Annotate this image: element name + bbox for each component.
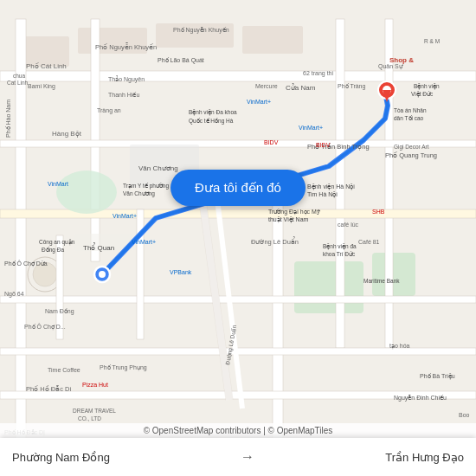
svg-text:thuật Việt Nam: thuật Việt Nam bbox=[268, 216, 309, 223]
svg-text:Phố Bà Triệu: Phố Bà Triệu bbox=[420, 373, 455, 380]
svg-text:Công an quận: Công an quận bbox=[39, 239, 75, 246]
navigate-button[interactable]: Đưa tôi đến đó bbox=[170, 170, 306, 206]
svg-text:Bệnh viện đa: Bệnh viện đa bbox=[323, 243, 357, 250]
svg-text:Bệnh viện Hà Nội: Bệnh viện Hà Nội bbox=[307, 183, 355, 190]
svg-text:BIDV: BIDV bbox=[316, 142, 331, 148]
svg-text:BIDV: BIDV bbox=[264, 139, 279, 145]
svg-text:tạo hóa: tạo hóa bbox=[389, 343, 410, 350]
svg-text:café lúc: café lúc bbox=[338, 222, 359, 228]
svg-text:VinMart: VinMart bbox=[48, 181, 68, 187]
svg-text:Tràng an: Tràng an bbox=[97, 107, 121, 114]
svg-text:Thảo Nguyên: Thảo Nguyên bbox=[108, 75, 145, 83]
svg-text:SHB: SHB bbox=[372, 209, 385, 215]
svg-text:Boo: Boo bbox=[459, 412, 470, 418]
svg-text:VinMart+: VinMart+ bbox=[132, 239, 156, 245]
svg-text:Trường Đại học Mỹ: Trường Đại học Mỹ bbox=[268, 209, 320, 215]
svg-text:Đường Lê Duẩn: Đường Lê Duẩn bbox=[251, 236, 299, 246]
svg-text:Cửa Nam: Cửa Nam bbox=[286, 83, 316, 92]
svg-text:Cat Linh: Cat Linh bbox=[7, 80, 29, 86]
svg-text:Văn Chương: Văn Chương bbox=[138, 164, 178, 172]
svg-text:Phố Hào Nam: Phố Hào Nam bbox=[5, 100, 11, 138]
copyright-bar: © OpenStreetMap contributors | © OpenMap… bbox=[0, 423, 476, 438]
svg-text:Maritime Bank: Maritime Bank bbox=[363, 278, 400, 284]
svg-text:Phố Tràng: Phố Tràng bbox=[338, 83, 366, 90]
svg-text:Hàng Bột: Hàng Bột bbox=[52, 130, 82, 138]
svg-text:Trạm Y tế phường: Trạm Y tế phường bbox=[123, 183, 169, 190]
svg-text:Tòa án Nhân: Tòa án Nhân bbox=[394, 107, 427, 113]
svg-text:Phố Cát Linh: Phố Cát Linh bbox=[26, 62, 67, 70]
svg-text:R & M: R & M bbox=[424, 38, 440, 44]
svg-rect-2 bbox=[372, 253, 415, 296]
svg-point-25 bbox=[56, 170, 117, 214]
svg-text:Bệnh viện Đa khoa: Bệnh viện Đa khoa bbox=[189, 109, 237, 116]
svg-text:chua: chua bbox=[13, 73, 25, 79]
svg-text:Quân Sự: Quân Sự bbox=[378, 63, 403, 70]
svg-text:VPBank: VPBank bbox=[170, 269, 192, 275]
svg-text:Phố Ô Chợ Dừa: Phố Ô Chợ Dừa bbox=[4, 260, 48, 267]
svg-text:Nam Đồng: Nam Đồng bbox=[45, 308, 74, 315]
map-background: Phố Cát Linh Phố Nguyễn Khuyến Phố Nguyễ… bbox=[0, 0, 476, 476]
from-location: Phường Nam Đồng bbox=[12, 451, 110, 464]
svg-text:Time Coffee: Time Coffee bbox=[48, 367, 80, 373]
svg-text:Phố Trung Phụng: Phố Trung Phụng bbox=[100, 364, 147, 371]
svg-rect-6 bbox=[242, 26, 303, 54]
svg-text:Phố Hồ Đắc Di: Phố Hồ Đắc Di bbox=[26, 385, 71, 393]
svg-text:Phố Quang Trung: Phố Quang Trung bbox=[385, 151, 437, 159]
map-svg: Phố Cát Linh Phố Nguyễn Khuyến Phố Nguyễ… bbox=[0, 0, 476, 476]
copyright-text: © OpenStreetMap contributors | © OpenMap… bbox=[144, 426, 333, 435]
svg-text:Đống Đa: Đống Đa bbox=[42, 247, 64, 254]
svg-rect-10 bbox=[273, 192, 283, 457]
arrow-right-icon: → bbox=[241, 449, 254, 465]
svg-text:62 trang thi: 62 trang thi bbox=[303, 70, 333, 77]
svg-text:VinMart+: VinMart+ bbox=[247, 99, 271, 105]
svg-text:Tim Hà Nội: Tim Hà Nội bbox=[307, 191, 338, 198]
svg-text:Việt Đức: Việt Đức bbox=[411, 91, 434, 98]
svg-point-101 bbox=[99, 271, 106, 278]
to-location: Trần Hưng Đạo bbox=[385, 451, 464, 464]
svg-text:Phố Nguyễn Khuyến: Phố Nguyễn Khuyến bbox=[173, 27, 229, 34]
svg-text:Thổ Quan: Thổ Quan bbox=[83, 242, 114, 252]
svg-text:dân Tối cao: dân Tối cao bbox=[394, 115, 424, 121]
svg-text:Café 81: Café 81 bbox=[358, 239, 380, 245]
svg-text:Thanh Hiếu: Thanh Hiếu bbox=[108, 92, 139, 98]
svg-rect-15 bbox=[0, 296, 476, 303]
svg-text:CO., LTD: CO., LTD bbox=[78, 415, 101, 421]
svg-text:VinMart+: VinMart+ bbox=[299, 125, 323, 131]
map-container[interactable]: Phố Cát Linh Phố Nguyễn Khuyến Phố Nguyễ… bbox=[0, 0, 476, 476]
svg-text:khoa Trí Đức: khoa Trí Đức bbox=[323, 251, 356, 257]
bottom-bar: Phường Nam Đồng → Trần Hưng Đạo bbox=[0, 438, 476, 476]
svg-text:Nguyễn Đinh Chiếu: Nguyễn Đinh Chiếu bbox=[394, 395, 447, 402]
svg-text:Văn Chương: Văn Chương bbox=[123, 190, 155, 197]
svg-text:Gigi Decor Art: Gigi Decor Art bbox=[394, 144, 429, 151]
svg-text:Bệnh viện: Bệnh viện bbox=[414, 83, 440, 90]
svg-text:Phố Ô Chợ D...: Phố Ô Chợ D... bbox=[24, 323, 66, 331]
svg-rect-7 bbox=[0, 71, 476, 81]
svg-rect-1 bbox=[294, 261, 363, 313]
svg-text:Ngõ 64: Ngõ 64 bbox=[4, 291, 24, 298]
svg-text:Phố Lão Bá Quát: Phố Lão Bá Quát bbox=[158, 57, 204, 64]
svg-text:Quốc tế Hồng Hà: Quốc tế Hồng Hà bbox=[189, 118, 234, 125]
svg-text:VinMart+: VinMart+ bbox=[113, 213, 137, 219]
svg-text:Bami King: Bami King bbox=[28, 83, 55, 90]
svg-text:Pizza Hut: Pizza Hut bbox=[82, 382, 108, 388]
svg-text:DREAM TRAVEL: DREAM TRAVEL bbox=[73, 408, 116, 414]
svg-text:Mercure: Mercure bbox=[255, 83, 278, 89]
svg-text:Phố Nguyễn Khuyến: Phố Nguyễn Khuyến bbox=[95, 42, 157, 51]
